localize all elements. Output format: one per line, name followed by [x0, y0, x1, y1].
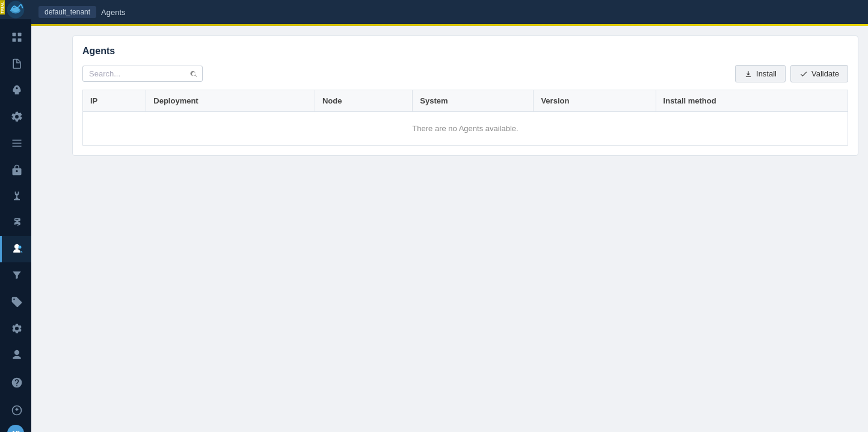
- topbar: default_tenant Agents: [31, 0, 868, 24]
- breadcrumb-page: Agents: [101, 8, 125, 17]
- col-node: Node: [315, 90, 412, 112]
- breadcrumb-tenant[interactable]: default_tenant: [38, 6, 96, 18]
- svg-rect-5: [12, 39, 16, 42]
- col-deployment: Deployment: [146, 90, 315, 112]
- search-icon: [189, 70, 198, 78]
- sidebar-bottom: AD: [0, 342, 31, 432]
- svg-rect-4: [17, 33, 21, 37]
- agents-table: IP Deployment Node System Version Instal…: [82, 90, 848, 146]
- toolbar: Install Validate: [82, 65, 848, 82]
- sidebar: TRIAL: [0, 0, 31, 432]
- sidebar-item-agents[interactable]: [0, 236, 31, 262]
- col-install-method: Install method: [656, 90, 848, 112]
- install-button[interactable]: Install: [735, 65, 786, 82]
- search-button[interactable]: [189, 70, 198, 78]
- sidebar-item-tags[interactable]: [0, 289, 31, 315]
- sidebar-item-settings[interactable]: [0, 315, 31, 342]
- validate-label: Validate: [811, 69, 839, 78]
- svg-rect-3: [12, 33, 16, 37]
- table-body: There are no Agents available.: [83, 112, 848, 146]
- sidebar-item-profile[interactable]: [0, 342, 31, 368]
- sidebar-item-help[interactable]: [0, 369, 31, 396]
- agents-panel: Agents Install Validate: [72, 35, 858, 156]
- sidebar-item-nodes[interactable]: [0, 209, 31, 236]
- sidebar-item-security[interactable]: [0, 156, 31, 183]
- sidebar-item-list[interactable]: [0, 130, 31, 156]
- empty-row: There are no Agents available.: [83, 112, 848, 146]
- svg-point-7: [18, 245, 21, 248]
- sidebar-item-health[interactable]: [0, 397, 31, 424]
- sidebar-nav: [0, 19, 31, 342]
- check-icon: [799, 70, 808, 78]
- yellow-accent-line: [31, 24, 868, 26]
- sidebar-item-deploy[interactable]: [0, 77, 31, 103]
- sidebar-item-dashboard[interactable]: [0, 24, 31, 51]
- trial-badge: TRIAL: [0, 0, 5, 14]
- svg-rect-6: [17, 39, 21, 42]
- col-ip: IP: [83, 90, 146, 112]
- sidebar-item-config[interactable]: [0, 103, 31, 130]
- panel-title: Agents: [82, 46, 848, 57]
- download-icon: [744, 70, 753, 78]
- col-system: System: [413, 90, 534, 112]
- action-buttons: Install Validate: [735, 65, 848, 82]
- search-wrapper: [82, 66, 203, 82]
- user-avatar[interactable]: AD: [7, 425, 24, 432]
- main-content: Agents Install Validate: [63, 26, 868, 432]
- sidebar-item-docs[interactable]: [0, 51, 31, 77]
- search-input[interactable]: [82, 66, 203, 82]
- validate-button[interactable]: Validate: [790, 65, 848, 82]
- col-version: Version: [534, 90, 656, 112]
- logo-area: TRIAL: [0, 0, 31, 19]
- app-logo: [6, 0, 25, 19]
- table-header: IP Deployment Node System Version Instal…: [83, 90, 848, 112]
- svg-point-2: [12, 7, 20, 12]
- install-label: Install: [756, 69, 777, 78]
- sidebar-item-integrations[interactable]: [0, 183, 31, 209]
- sidebar-item-filters[interactable]: [0, 262, 31, 289]
- empty-message: There are no Agents available.: [83, 112, 848, 146]
